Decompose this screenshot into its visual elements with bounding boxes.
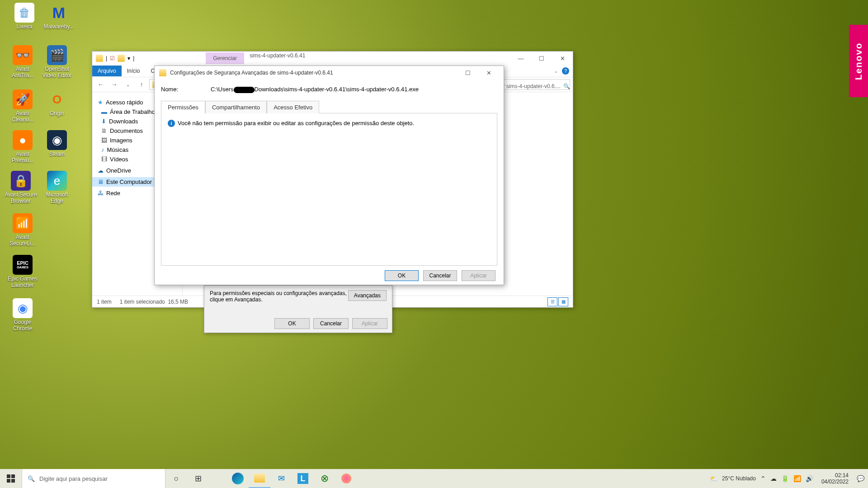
avast-browser-icon: 🔒 bbox=[11, 171, 31, 191]
search-icon: 🔍 bbox=[563, 83, 570, 89]
props-text-line2: clique em Avançadas. bbox=[210, 296, 347, 303]
desktop-icon-lixeira[interactable]: 🗑Lixeira bbox=[7, 3, 42, 30]
desktop-icon-openshot[interactable]: 🎬OpenShot Video Editor bbox=[40, 45, 74, 79]
taskbar-app-edge[interactable] bbox=[227, 469, 249, 488]
desktop-icon-steam[interactable]: ◉Steam bbox=[40, 130, 74, 157]
qat-check-icon[interactable]: ☑ bbox=[110, 55, 115, 61]
manage-tab[interactable]: Gerenciar bbox=[206, 52, 244, 64]
taskbar: 🔍 Digite aqui para pesquisar ○ ⊞ ✉ L ⊗ ⛅… bbox=[0, 469, 868, 488]
wifi-icon[interactable]: 📶 bbox=[793, 475, 801, 482]
clock[interactable]: 02:14 04/02/2022 bbox=[818, 472, 852, 485]
pc-icon: 🖥 bbox=[98, 178, 104, 185]
folder-icon bbox=[159, 69, 166, 76]
desktop-folder-icon: ▬ bbox=[101, 108, 107, 115]
desktop-icon-malwarebytes[interactable]: MMalwareby... bbox=[42, 3, 76, 30]
nav-history-button[interactable]: ⌄ bbox=[122, 79, 134, 90]
downloads-icon: ⬇ bbox=[101, 118, 106, 125]
cancel-button[interactable]: Cancelar bbox=[423, 270, 457, 281]
tab-effective-access[interactable]: Acesso Efetivo bbox=[267, 101, 319, 113]
malwarebytes-icon: M bbox=[49, 3, 69, 23]
start-button[interactable] bbox=[0, 469, 22, 488]
ribbon-expand-icon[interactable]: ⌄ bbox=[554, 68, 558, 74]
taskbar-app-lenovo[interactable]: L bbox=[292, 469, 314, 488]
network-icon: 🖧 bbox=[98, 190, 104, 197]
qat-dropdown-icon[interactable]: ▾ bbox=[127, 55, 130, 61]
tab-permissions[interactable]: Permissões bbox=[161, 101, 205, 113]
desktop-icon-avast-cleanup[interactable]: 🚀Avast Cleanu... bbox=[5, 89, 40, 123]
redacted-username bbox=[234, 87, 255, 93]
task-view-button[interactable]: ⊞ bbox=[187, 469, 209, 488]
tray-expand-icon[interactable]: ⌃ bbox=[760, 475, 766, 482]
desktop-icon-origin[interactable]: OOrigin bbox=[40, 89, 74, 117]
taskbar-search[interactable]: 🔍 Digite aqui para pesquisar bbox=[22, 469, 165, 488]
taskbar-app-explorer[interactable] bbox=[249, 469, 270, 488]
taskbar-app-unknown[interactable] bbox=[335, 469, 357, 488]
view-mode-buttons: ☰ ▦ bbox=[547, 297, 568, 306]
desktop-icon-avast-browser[interactable]: 🔒Avast Secure Browser bbox=[1, 171, 41, 205]
svg-rect-1 bbox=[11, 474, 15, 478]
origin-icon: O bbox=[47, 89, 67, 109]
folder-icon bbox=[96, 55, 103, 62]
steam-icon: ◉ bbox=[47, 130, 67, 150]
tab-sharing[interactable]: Compartilhamento bbox=[205, 101, 267, 113]
view-details-button[interactable]: ☰ bbox=[547, 297, 557, 306]
ok-button[interactable]: OK bbox=[385, 270, 419, 281]
action-center-icon[interactable]: 💬 bbox=[857, 475, 864, 482]
ribbon-tab-arquivo[interactable]: Arquivo bbox=[92, 66, 122, 76]
view-icons-button[interactable]: ▦ bbox=[558, 297, 568, 306]
maximize-button[interactable]: ☐ bbox=[458, 66, 478, 80]
onedrive-tray-icon[interactable]: ☁ bbox=[770, 475, 777, 482]
videos-icon: 🎞 bbox=[101, 156, 107, 163]
nav-forward-button[interactable]: → bbox=[108, 79, 120, 90]
taskbar-app-xbox[interactable]: ⊗ bbox=[314, 469, 335, 488]
cortana-button[interactable]: ○ bbox=[165, 469, 187, 488]
desktop-icon-chrome[interactable]: ◉Google Chrome bbox=[5, 298, 40, 332]
desktop-icon-avast-premium[interactable]: ●Avast Premiu... bbox=[5, 130, 40, 164]
avast-icon: 👓 bbox=[13, 45, 33, 65]
desktop-icon-edge[interactable]: eMicrosoft Edge bbox=[40, 171, 74, 205]
svg-rect-0 bbox=[7, 474, 10, 478]
props-text-line1: Para permissões especiais ou configuraçõ… bbox=[210, 290, 347, 296]
desktop-icon-avast-secureline[interactable]: 📶Avast SecureLi... bbox=[5, 213, 40, 247]
help-icon[interactable]: ? bbox=[562, 67, 569, 75]
nav-back-button[interactable]: ← bbox=[95, 79, 107, 90]
desktop-icon-avast-antitrack[interactable]: 👓Avast AntiTra... bbox=[5, 45, 40, 79]
weather-icon: ⛅ bbox=[710, 475, 717, 482]
status-item-count: 1 item bbox=[97, 299, 112, 305]
apply-button[interactable]: Aplicar bbox=[352, 318, 387, 329]
permission-notice: Você não tem permissão para exibir ou ed… bbox=[178, 120, 414, 127]
nav-up-button[interactable]: ↑ bbox=[136, 79, 147, 90]
properties-dialog: Para permissões especiais ou configuraçõ… bbox=[204, 285, 392, 333]
chrome-icon: ◉ bbox=[13, 298, 33, 318]
weather-text[interactable]: 25°C Nublado bbox=[722, 475, 756, 482]
dialog-title: Configurações de Segurança Avançadas de … bbox=[170, 70, 333, 76]
cancel-button[interactable]: Cancelar bbox=[313, 318, 349, 329]
close-button[interactable]: ✕ bbox=[552, 52, 573, 65]
close-button[interactable]: ✕ bbox=[478, 66, 499, 80]
object-path: C:\UsersDownloads\sims-4-updater-v0.6.41… bbox=[211, 86, 419, 93]
advanced-button[interactable]: Avançadas bbox=[348, 290, 387, 301]
minimize-button[interactable]: — bbox=[510, 52, 531, 65]
desktop-icon-epic[interactable]: EPICGAMESEpic Games Launcher bbox=[5, 255, 40, 289]
maximize-button[interactable]: ☐ bbox=[531, 52, 552, 65]
ok-button[interactable]: OK bbox=[274, 318, 310, 329]
search-icon: 🔍 bbox=[28, 475, 35, 482]
onedrive-icon: ☁ bbox=[98, 167, 104, 174]
volume-icon[interactable]: 🔊 bbox=[806, 475, 813, 482]
battery-icon[interactable]: 🔋 bbox=[781, 475, 789, 482]
qat-divider: | bbox=[133, 55, 134, 61]
folder-icon bbox=[118, 55, 125, 62]
apply-button[interactable]: Aplicar bbox=[462, 270, 495, 281]
search-box[interactable]: r sims-4-updater-v0.6.... 🔍 bbox=[503, 83, 570, 89]
ribbon-tab-inicio[interactable]: Início bbox=[122, 66, 146, 76]
recycle-bin-icon: 🗑 bbox=[14, 3, 34, 23]
star-icon: ★ bbox=[98, 99, 103, 106]
info-icon: i bbox=[168, 120, 175, 127]
taskbar-app-mail[interactable]: ✉ bbox=[270, 469, 292, 488]
status-selection: 1 item selecionado 16,5 MB bbox=[120, 299, 188, 305]
explorer-titlebar: | ☑ ▾ | Gerenciar sims-4-updater-v0.6.41… bbox=[92, 52, 573, 65]
epic-games-icon: EPICGAMES bbox=[13, 255, 33, 275]
openshot-icon: 🎬 bbox=[47, 45, 67, 65]
window-title: sims-4-updater-v0.6.41 bbox=[244, 52, 311, 64]
lenovo-badge: Lenovo bbox=[849, 25, 868, 97]
